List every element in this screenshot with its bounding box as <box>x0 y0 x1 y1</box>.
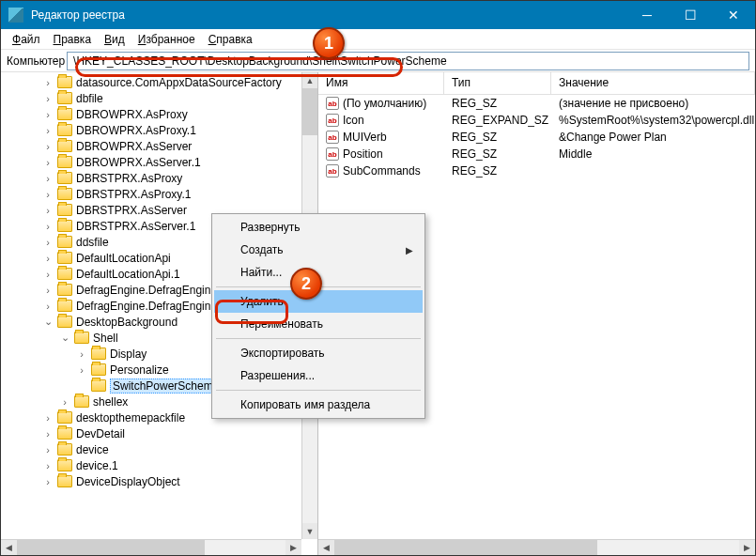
chevron-right-icon: ▶ <box>406 245 413 255</box>
ctx-rename[interactable]: Переименовать <box>214 313 423 335</box>
tree-item-label: desktopthemepackfile <box>76 411 185 425</box>
expand-icon[interactable]: › <box>42 412 54 424</box>
expand-icon[interactable]: › <box>42 205 54 216</box>
folder-icon <box>57 92 72 104</box>
tree-item[interactable]: ›DeviceDisplayObject <box>1 473 317 489</box>
expand-icon[interactable]: ⌄ <box>42 316 54 328</box>
list-row[interactable]: abIconREG_EXPAND_SZ%SystemRoot%\system32… <box>318 112 755 129</box>
list-horizontal-scrollbar[interactable]: ◀ ▶ <box>318 539 755 555</box>
expand-icon[interactable]: › <box>42 189 54 200</box>
list-row[interactable]: ab(По умолчанию)REG_SZ(значение не присв… <box>318 95 755 112</box>
expand-icon[interactable]: › <box>42 444 54 456</box>
column-name[interactable]: Имя <box>318 72 444 94</box>
tree-item-label: DBROWPRX.AsServer <box>76 140 192 153</box>
value-data: (значение не присвоено) <box>551 97 755 110</box>
expand-icon[interactable]: › <box>42 157 54 168</box>
tree-item[interactable]: ›datasource.ComAppxDataSourceFactory <box>1 74 317 90</box>
tree-item[interactable]: ›device <box>1 441 317 457</box>
scroll-down-icon[interactable]: ▼ <box>302 523 317 539</box>
menu-help[interactable]: Справка <box>203 31 258 48</box>
maximize-button[interactable]: ☐ <box>669 1 712 29</box>
tree-item-label: Display <box>110 348 147 361</box>
scroll-right-icon[interactable]: ▶ <box>285 540 301 555</box>
folder-icon <box>57 300 72 312</box>
tree-item[interactable]: ›DBRSTPRX.AsProxy.1 <box>1 186 317 202</box>
tree-item-label: DBRSTPRX.AsProxy <box>76 172 182 185</box>
expand-icon[interactable]: › <box>42 285 54 296</box>
folder-icon <box>91 348 106 360</box>
folder-icon <box>57 268 72 280</box>
tree-item[interactable]: ›device.1 <box>1 457 317 473</box>
list-row[interactable]: abMUIVerbREG_SZ&Change Power Plan <box>318 129 755 146</box>
tree-item-label: SwitchPowerScheme <box>110 378 222 394</box>
menu-edit[interactable]: Правка <box>48 31 98 48</box>
expand-icon[interactable]: › <box>42 173 54 184</box>
expand-icon[interactable]: › <box>76 348 87 360</box>
tree-item[interactable]: ›DevDetail <box>1 425 317 441</box>
value-type: REG_SZ <box>444 97 551 110</box>
folder-icon <box>91 363 106 376</box>
tree-item-label: DeviceDisplayObject <box>76 475 180 488</box>
scroll-up-icon[interactable]: ▲ <box>302 72 317 88</box>
address-path[interactable]: \HKEY_CLASSES_ROOT\DesktopBackground\She… <box>67 52 749 70</box>
folder-icon <box>91 379 106 392</box>
tree-item-label: datasource.ComAppxDataSourceFactory <box>76 76 282 89</box>
list-row[interactable]: abSubCommandsREG_SZ <box>318 162 755 179</box>
tree-item-label: DBROWPRX.AsServer.1 <box>76 156 201 169</box>
scroll-left-icon[interactable]: ◀ <box>1 540 17 555</box>
ctx-create[interactable]: Создать▶ <box>214 239 423 261</box>
list-header: Имя Тип Значение <box>318 72 755 95</box>
ctx-export[interactable]: Экспортировать <box>214 342 423 364</box>
expand-icon[interactable]: › <box>42 253 54 264</box>
tree-item-label: DBRSTPRX.AsProxy.1 <box>76 188 191 201</box>
expand-icon[interactable]: › <box>59 396 70 408</box>
expand-icon[interactable]: › <box>76 364 87 376</box>
tree-item-label: device.1 <box>76 459 118 472</box>
expand-icon[interactable]: ⌄ <box>59 332 70 344</box>
tree-horizontal-scrollbar[interactable]: ◀ ▶ <box>1 539 301 555</box>
expand-icon[interactable]: › <box>42 109 54 120</box>
tree-item-label: DesktopBackground <box>76 316 177 329</box>
expand-icon[interactable]: › <box>42 221 54 232</box>
folder-icon <box>57 236 72 248</box>
value-type: REG_SZ <box>444 131 551 144</box>
window-title: Редактор реестра <box>31 8 625 22</box>
expand-icon[interactable]: › <box>42 301 54 312</box>
scroll-thumb[interactable] <box>334 540 597 555</box>
close-button[interactable]: ✕ <box>712 1 755 29</box>
scroll-thumb[interactable] <box>17 540 205 555</box>
expand-icon[interactable]: › <box>42 93 54 104</box>
menu-favorites[interactable]: Избранное <box>132 31 201 48</box>
tree-item[interactable]: ›DBROWPRX.AsProxy <box>1 106 317 122</box>
expand-icon[interactable]: › <box>42 125 54 136</box>
column-type[interactable]: Тип <box>444 72 551 94</box>
ctx-expand[interactable]: Развернуть <box>214 216 423 239</box>
scroll-right-icon[interactable]: ▶ <box>739 540 755 555</box>
ctx-permissions[interactable]: Разрешения... <box>214 364 423 387</box>
ctx-copy-key-name[interactable]: Копировать имя раздела <box>214 394 423 416</box>
context-menu: Развернуть Создать▶ Найти... Удалить Пер… <box>211 213 425 419</box>
menu-view[interactable]: Вид <box>99 31 131 48</box>
expand-icon[interactable]: › <box>42 237 54 248</box>
expand-icon[interactable]: › <box>42 428 54 440</box>
tree-item-label: Shell <box>93 332 118 345</box>
tree-item[interactable]: ›DBRSTPRX.AsProxy <box>1 170 317 186</box>
minimize-button[interactable]: ─ <box>625 1 669 29</box>
expand-icon[interactable]: › <box>42 269 54 280</box>
tree-item[interactable]: ›dbfile <box>1 90 317 106</box>
scroll-left-icon[interactable]: ◀ <box>318 540 334 555</box>
scroll-thumb[interactable] <box>302 88 317 135</box>
column-value[interactable]: Значение <box>551 72 755 94</box>
expand-icon[interactable]: › <box>42 476 54 487</box>
value-data: %SystemRoot%\system32\powercpl.dll <box>551 114 755 127</box>
tree-item[interactable]: ›DBROWPRX.AsProxy.1 <box>1 122 317 138</box>
tree-item-label: DBRSTPRX.AsServer.1 <box>76 220 195 233</box>
menu-file[interactable]: Файл <box>7 31 46 48</box>
expand-icon[interactable]: › <box>42 460 54 471</box>
tree-item[interactable]: ›DBROWPRX.AsServer.1 <box>1 154 317 170</box>
expand-icon[interactable]: › <box>42 141 54 152</box>
value-name: Position <box>343 147 383 161</box>
tree-item[interactable]: ›DBROWPRX.AsServer <box>1 138 317 154</box>
expand-icon[interactable]: › <box>42 77 54 88</box>
list-row[interactable]: abPositionREG_SZMiddle <box>318 146 755 162</box>
